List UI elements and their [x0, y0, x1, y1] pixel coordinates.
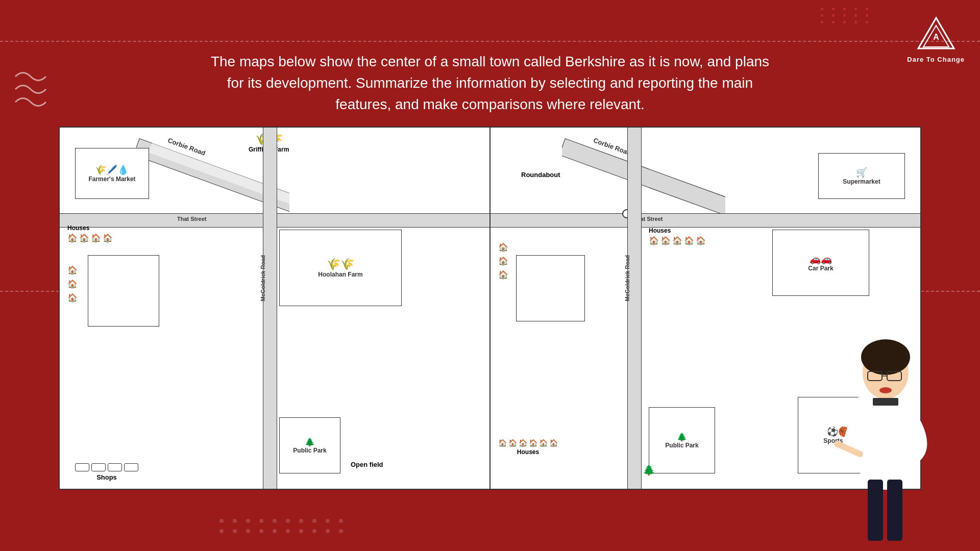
building-right	[516, 255, 585, 321]
map-current: Corbie Road 🌾🌾 Griffiths Farm 🌾🖊️💧 Farme…	[59, 127, 490, 490]
farmers-market: 🌾🖊️💧 Farmer's Market	[75, 148, 149, 199]
houses-right-col: 🏠 🏠 🏠	[498, 242, 508, 280]
svg-point-9	[879, 387, 892, 393]
that-street-road-right	[491, 213, 920, 228]
public-park-right: 🌲 Public Park	[649, 407, 715, 473]
car-park: 🚗🚗 Car Park	[772, 230, 869, 296]
houses-left-col: 🏠 🏠 🏠	[67, 265, 78, 303]
houses-left-top: Houses 🏠 🏠 🏠 🏠	[67, 224, 113, 243]
building-left	[88, 255, 159, 327]
mcgoldrick-road-left	[263, 128, 277, 489]
corbie-road-label-left: Corbie Road	[167, 136, 207, 157]
mcgoldrick-road-right	[627, 128, 642, 489]
supermarket: 🛒 Supermarket	[818, 153, 905, 199]
svg-rect-12	[868, 480, 883, 541]
public-park-left: 🌲 Public Park	[279, 417, 340, 473]
mcgoldrick-label-right: McGoldrick Road	[624, 255, 630, 301]
svg-rect-10	[873, 398, 898, 406]
that-street-label-left: That Street	[177, 216, 206, 222]
corbie-road-label-right: Corbie Road	[593, 136, 632, 157]
page-title: The maps below show the center of a smal…	[209, 51, 771, 115]
houses-right-bottom: 🏠 🏠 🏠 🏠 🏠 🏠 Houses	[498, 439, 558, 456]
mcgoldrick-label-left: McGoldrick Road	[260, 255, 266, 301]
svg-point-5	[861, 339, 910, 375]
tree-icon-right: 🌲	[643, 464, 655, 476]
open-field: Open field	[351, 461, 383, 468]
dots-decoration	[219, 519, 343, 523]
dots-decoration-2	[219, 529, 343, 533]
roundabout-label: Roundabout	[521, 171, 560, 179]
maps-container: Corbie Road 🌾🌾 Griffiths Farm 🌾🖊️💧 Farme…	[59, 127, 921, 490]
person-figure	[812, 332, 960, 551]
svg-text:A: A	[933, 33, 939, 41]
svg-rect-13	[887, 480, 902, 541]
hoolahan-farm: 🌾🌾 Hoolahan Farm	[279, 230, 402, 306]
shops-left: Shops	[75, 463, 138, 481]
houses-right-top: Houses 🏠 🏠 🏠 🏠 🏠	[649, 227, 706, 245]
logo: A Dare To Change	[907, 15, 965, 63]
